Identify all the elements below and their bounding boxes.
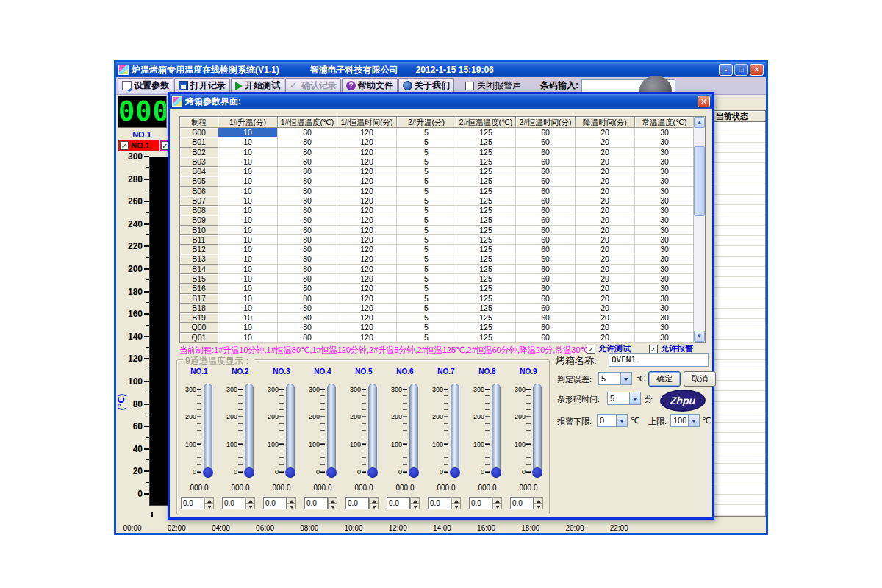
table-data-cell[interactable]: 60	[516, 157, 576, 167]
table-data-cell[interactable]: 120	[337, 137, 397, 147]
table-data-cell[interactable]: 80	[278, 215, 337, 225]
table-data-cell[interactable]: 20	[576, 157, 635, 167]
table-data-cell[interactable]: 125	[456, 128, 516, 137]
barcode-time-combo[interactable]: 5	[607, 392, 641, 405]
table-data-cell[interactable]: 20	[576, 274, 635, 284]
ok-button[interactable]: 确定	[648, 371, 681, 387]
table-data-cell[interactable]: 20	[576, 196, 635, 206]
table-data-cell[interactable]: 120	[337, 128, 397, 137]
table-data-cell[interactable]: 20	[576, 187, 635, 196]
table-data-cell[interactable]: 60	[516, 226, 576, 235]
table-row-header-cell[interactable]: B01	[180, 137, 218, 147]
thermo-spinner-input[interactable]	[428, 497, 451, 509]
table-data-cell[interactable]: 5	[397, 226, 456, 235]
table-row-header-cell[interactable]: B00	[180, 128, 218, 137]
table-data-cell[interactable]: 10	[218, 235, 278, 245]
table-data-cell[interactable]: 5	[397, 176, 456, 186]
tolerance-combo[interactable]: 5	[598, 372, 632, 385]
table-data-cell[interactable]: 20	[576, 294, 635, 304]
table-data-cell[interactable]: 5	[397, 206, 456, 215]
maximize-icon[interactable]: □	[734, 64, 748, 76]
table-data-cell[interactable]: 120	[337, 245, 397, 254]
table-data-cell[interactable]: 80	[278, 206, 337, 215]
spinner-up-icon[interactable]	[245, 497, 255, 503]
scroll-up-icon[interactable]: ▲	[694, 117, 705, 128]
spinner-up-icon[interactable]	[204, 497, 214, 503]
table-row-header-cell[interactable]: B12	[180, 245, 218, 254]
table-data-cell[interactable]: 60	[516, 245, 576, 254]
table-data-cell[interactable]: 30	[635, 265, 695, 274]
table-data-cell[interactable]: 125	[456, 137, 516, 147]
table-data-cell[interactable]: 30	[635, 235, 695, 245]
toolbar-button-5[interactable]: 关于我们	[398, 78, 454, 93]
table-data-cell[interactable]: 60	[516, 215, 576, 225]
table-data-cell[interactable]: 120	[337, 254, 397, 264]
table-row-header-cell[interactable]: B05	[180, 176, 218, 186]
table-data-cell[interactable]: 80	[278, 245, 337, 254]
table-data-cell[interactable]: 120	[337, 333, 397, 343]
table-data-cell[interactable]: 120	[337, 215, 397, 225]
table-data-cell[interactable]: 125	[456, 176, 516, 186]
table-data-cell[interactable]: 10	[218, 128, 278, 137]
table-header-cell[interactable]: 降温时间(分)	[576, 117, 635, 128]
table-data-cell[interactable]: 120	[337, 323, 397, 332]
table-data-cell[interactable]: 125	[456, 245, 516, 254]
table-data-cell[interactable]: 20	[576, 245, 635, 254]
table-data-cell[interactable]: 125	[456, 206, 516, 215]
table-data-cell[interactable]: 20	[576, 206, 635, 215]
spinner-down-icon[interactable]	[369, 503, 379, 510]
table-data-cell[interactable]: 60	[516, 254, 576, 264]
spinner-up-icon[interactable]	[451, 497, 461, 503]
alarm-high-combo[interactable]: 100	[670, 414, 700, 427]
table-data-cell[interactable]: 120	[337, 148, 397, 157]
table-data-cell[interactable]: 125	[456, 235, 516, 245]
table-data-cell[interactable]: 80	[278, 235, 337, 245]
dialog-close-icon[interactable]: ✕	[698, 96, 710, 107]
table-data-cell[interactable]: 80	[278, 157, 337, 167]
table-header-cell[interactable]: 常温温度(℃)	[635, 117, 695, 128]
table-data-cell[interactable]: 125	[456, 215, 516, 225]
table-data-cell[interactable]: 120	[337, 176, 397, 186]
table-data-cell[interactable]: 120	[337, 167, 397, 176]
tolerance-dropdown-icon[interactable]	[620, 373, 631, 384]
table-data-cell[interactable]: 120	[337, 265, 397, 274]
spinner-down-icon[interactable]	[410, 503, 420, 510]
thermo-spinner-input[interactable]	[345, 497, 369, 509]
table-data-cell[interactable]: 20	[576, 304, 635, 313]
table-data-cell[interactable]: 20	[576, 313, 635, 323]
table-data-cell[interactable]: 5	[397, 196, 456, 206]
table-data-cell[interactable]: 5	[397, 157, 456, 167]
table-data-cell[interactable]: 30	[635, 215, 695, 225]
spinner-down-icon[interactable]	[245, 503, 255, 510]
table-data-cell[interactable]: 10	[218, 265, 278, 274]
allow-test-checkbox-box[interactable]: ✓	[587, 345, 595, 354]
table-data-cell[interactable]: 5	[397, 254, 456, 264]
barcode-time-dropdown-icon[interactable]	[629, 392, 640, 404]
table-data-cell[interactable]: 20	[576, 128, 635, 137]
table-data-cell[interactable]: 5	[397, 215, 456, 225]
table-data-cell[interactable]: 20	[576, 167, 635, 176]
table-data-cell[interactable]: 10	[218, 176, 278, 186]
table-data-cell[interactable]: 5	[397, 148, 456, 157]
table-data-cell[interactable]: 60	[516, 333, 576, 343]
table-data-cell[interactable]: 80	[278, 265, 337, 274]
close-icon[interactable]: ✕	[750, 64, 764, 76]
table-row-header-cell[interactable]: B17	[180, 294, 218, 304]
table-data-cell[interactable]: 125	[456, 187, 516, 196]
table-data-cell[interactable]: 125	[456, 274, 516, 284]
thermo-spinner-input[interactable]	[181, 497, 204, 509]
table-data-cell[interactable]: 120	[337, 294, 397, 304]
toolbar-button-2[interactable]: 开始测试	[231, 78, 284, 93]
table-data-cell[interactable]: 5	[397, 187, 456, 196]
table-data-cell[interactable]: 5	[397, 128, 456, 137]
table-row-header-cell[interactable]: B09	[180, 215, 218, 225]
table-data-cell[interactable]: 30	[635, 157, 695, 167]
table-data-cell[interactable]: 30	[635, 176, 695, 186]
table-data-cell[interactable]: 80	[278, 196, 337, 206]
table-row-header-cell[interactable]: B13	[180, 254, 218, 264]
table-data-cell[interactable]: 120	[337, 235, 397, 245]
table-data-cell[interactable]: 5	[397, 294, 456, 304]
table-data-cell[interactable]: 125	[456, 313, 516, 323]
table-data-cell[interactable]: 30	[635, 245, 695, 254]
table-row-header-cell[interactable]: B07	[180, 196, 218, 206]
